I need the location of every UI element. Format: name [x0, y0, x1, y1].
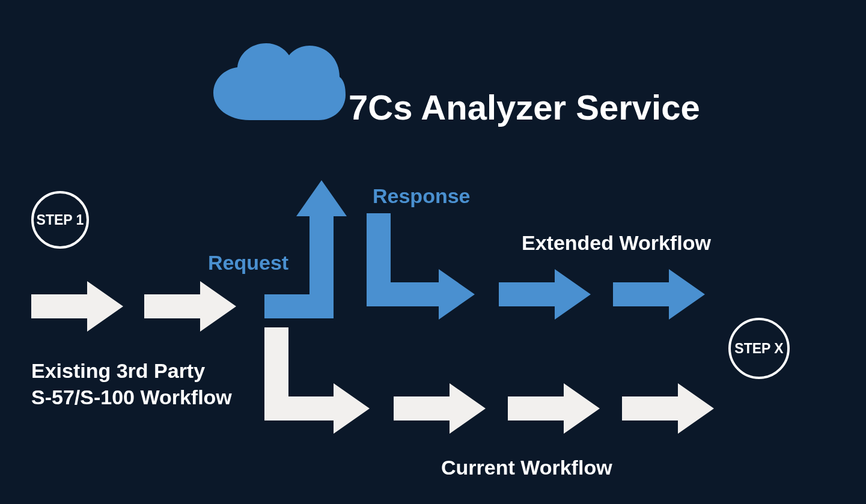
- arrow-white-2: [144, 281, 236, 332]
- arrow-blue-ext-2: [613, 269, 705, 320]
- arrows-layer: [0, 0, 866, 504]
- arrow-white-down-right: [264, 327, 370, 434]
- arrow-white-csecond-2: [508, 383, 600, 434]
- diagram-canvas: 7Cs Analyzer Service STEP 1 STEP X Reque…: [0, 0, 866, 504]
- arrow-white-1: [31, 281, 123, 332]
- arrow-white-csecond-3: [622, 383, 714, 434]
- arrow-blue-response: [367, 213, 475, 320]
- arrow-blue-ext-1: [499, 269, 591, 320]
- arrow-white-csecond-1: [394, 383, 486, 434]
- arrow-blue-request-up: [264, 180, 347, 318]
